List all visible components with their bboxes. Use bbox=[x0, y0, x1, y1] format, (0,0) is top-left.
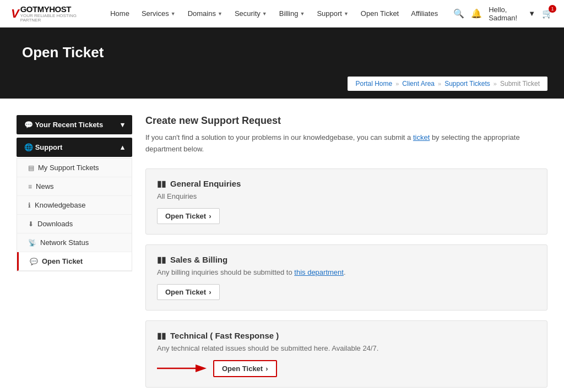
chevron-down-icon: ▼ bbox=[300, 11, 305, 17]
logo[interactable]: V GOTMYHOST YOUR RELIABLE HOSTING PARTNE… bbox=[11, 4, 89, 23]
nav-support[interactable]: Support ▼ bbox=[311, 0, 354, 28]
nav-billing[interactable]: Billing ▼ bbox=[274, 0, 311, 28]
svg-marker-1 bbox=[196, 364, 207, 372]
chevron-down-icon: ▼ bbox=[528, 9, 535, 18]
chevron-right-icon: › bbox=[209, 288, 211, 296]
support-label: 🌐 Support bbox=[24, 143, 62, 151]
navbar: V GOTMYHOST YOUR RELIABLE HOSTING PARTNE… bbox=[0, 0, 564, 28]
dept-icon-general: ▮▮ bbox=[157, 179, 166, 189]
dept-desc-general: All Enquiries bbox=[157, 192, 536, 200]
chevron-down-icon: ▼ bbox=[218, 11, 223, 17]
ticket-icon: ▤ bbox=[28, 164, 34, 172]
sidebar-item-network-status[interactable]: 📡 Network Status bbox=[17, 233, 132, 252]
user-name: Hello, Sadman! bbox=[489, 6, 526, 22]
tickets-icon: 💬 bbox=[24, 121, 35, 129]
nav-affiliates[interactable]: Affiliates bbox=[405, 0, 443, 28]
news-icon: ≡ bbox=[28, 183, 32, 190]
knowledge-icon: ℹ bbox=[28, 202, 31, 209]
cart-wrap[interactable]: 🛒 1 bbox=[542, 8, 553, 19]
breadcrumb-support-tickets[interactable]: Support Tickets bbox=[444, 80, 490, 88]
dept-icon-billing: ▮▮ bbox=[157, 255, 166, 265]
dept-link-billing[interactable]: this department bbox=[294, 268, 344, 276]
dept-title-general: ▮▮ General Enquiries bbox=[157, 179, 536, 189]
open-ticket-btn-technical[interactable]: Open Ticket › bbox=[213, 360, 277, 377]
ticket-link[interactable]: ticket bbox=[413, 133, 430, 141]
sidebar-menu: ▤ My Support Tickets ≡ News ℹ Knowledgeb… bbox=[17, 158, 132, 271]
breadcrumb-client-area[interactable]: Client Area bbox=[402, 80, 435, 88]
openticket-icon: 💬 bbox=[30, 258, 38, 265]
bell-icon[interactable]: 🔔 bbox=[471, 8, 482, 19]
breadcrumb-portal-home[interactable]: Portal Home bbox=[355, 80, 392, 88]
chevron-right-icon: › bbox=[209, 212, 211, 220]
sidebar-label: Network Status bbox=[40, 238, 89, 247]
breadcrumb-current: Submit Ticket bbox=[500, 80, 540, 88]
red-arrow-icon bbox=[157, 361, 207, 376]
page-title: Open Ticket bbox=[22, 44, 542, 61]
content-description: If you can't find a solution to your pro… bbox=[145, 132, 547, 155]
dept-title-technical: ▮▮ Technical ( Fast Response ) bbox=[157, 331, 536, 341]
content-area: Create new Support Request If you can't … bbox=[145, 115, 547, 392]
nav-services[interactable]: Services ▼ bbox=[136, 0, 181, 28]
dept-icon-technical: ▮▮ bbox=[157, 331, 166, 341]
content-title: Create new Support Request bbox=[145, 115, 547, 127]
sidebar-label: My Support Tickets bbox=[38, 164, 99, 172]
open-ticket-btn-general[interactable]: Open Ticket › bbox=[157, 208, 220, 224]
chevron-up-icon: ▴ bbox=[121, 143, 124, 151]
dept-title-billing: ▮▮ Sales & Billing bbox=[157, 255, 536, 265]
nav-home[interactable]: Home bbox=[105, 0, 135, 28]
dept-card-general: ▮▮ General Enquiries All Enquiries Open … bbox=[145, 168, 547, 235]
breadcrumb: Portal Home » Client Area » Support Tick… bbox=[348, 77, 547, 91]
logo-text: GOTMYHOST bbox=[20, 4, 90, 14]
logo-tagline: YOUR RELIABLE HOSTING PARTNER bbox=[20, 14, 90, 23]
chevron-down-icon: ▼ bbox=[171, 11, 176, 17]
nav-open-ticket[interactable]: Open Ticket bbox=[355, 0, 404, 28]
cart-badge: 1 bbox=[549, 5, 556, 13]
search-icon[interactable]: 🔍 bbox=[453, 8, 464, 19]
sidebar: 💬 Your Recent Tickets ▾ 🌐 Support ▴ ▤ My… bbox=[17, 115, 132, 392]
main-layout: 💬 Your Recent Tickets ▾ 🌐 Support ▴ ▤ My… bbox=[0, 99, 564, 392]
sidebar-label: Open Ticket bbox=[42, 257, 83, 265]
dept-card-billing: ▮▮ Sales & Billing Any billing inquiries… bbox=[145, 244, 547, 311]
chevron-down-icon: ▼ bbox=[262, 11, 267, 17]
nav-items: Home Services ▼ Domains ▼ Security ▼ Bil… bbox=[105, 0, 443, 28]
sidebar-item-downloads[interactable]: ⬇ Downloads bbox=[17, 215, 132, 233]
nav-security[interactable]: Security ▼ bbox=[229, 0, 273, 28]
sidebar-item-open-ticket[interactable]: 💬 Open Ticket bbox=[17, 252, 132, 271]
globe-icon: 🌐 bbox=[24, 143, 35, 151]
hero-section: Open Ticket bbox=[0, 28, 564, 72]
sidebar-item-my-support-tickets[interactable]: ▤ My Support Tickets bbox=[17, 159, 132, 177]
recent-tickets-label: 💬 Your Recent Tickets bbox=[24, 121, 103, 129]
dept-card-technical: ▮▮ Technical ( Fast Response ) Any techn… bbox=[145, 320, 547, 388]
dept-desc-technical: Any technical related issues should be s… bbox=[157, 344, 536, 352]
chevron-down-icon: ▼ bbox=[344, 11, 349, 17]
chevron-right-icon: › bbox=[265, 364, 268, 373]
nav-right: 🔍 🔔 Hello, Sadman! ▼ 🛒 1 bbox=[453, 6, 553, 22]
breadcrumb-bar: Portal Home » Client Area » Support Tick… bbox=[0, 72, 564, 99]
open-ticket-btn-billing[interactable]: Open Ticket › bbox=[157, 284, 220, 300]
sidebar-item-news[interactable]: ≡ News bbox=[17, 177, 132, 196]
user-menu[interactable]: Hello, Sadman! ▼ bbox=[489, 6, 535, 22]
breadcrumb-sep-1: » bbox=[395, 80, 399, 87]
breadcrumb-sep-2: » bbox=[438, 80, 441, 87]
recent-tickets-toggle[interactable]: 💬 Your Recent Tickets ▾ bbox=[17, 115, 132, 134]
logo-v-icon: V bbox=[11, 7, 19, 21]
chevron-down-icon: ▾ bbox=[121, 121, 124, 129]
dept-desc-billing: Any billing inquiries should be submitte… bbox=[157, 268, 536, 276]
sidebar-label: News bbox=[36, 182, 54, 190]
nav-domains[interactable]: Domains ▼ bbox=[182, 0, 228, 28]
download-icon: ⬇ bbox=[28, 220, 34, 228]
support-section-toggle[interactable]: 🌐 Support ▴ bbox=[17, 138, 132, 157]
sidebar-label: Knowledgebase bbox=[35, 201, 86, 209]
sidebar-label: Downloads bbox=[37, 220, 73, 228]
arrow-row: Open Ticket › bbox=[157, 360, 536, 377]
breadcrumb-sep-3: » bbox=[494, 80, 497, 87]
network-icon: 📡 bbox=[28, 239, 36, 247]
sidebar-item-knowledgebase[interactable]: ℹ Knowledgebase bbox=[17, 196, 132, 215]
